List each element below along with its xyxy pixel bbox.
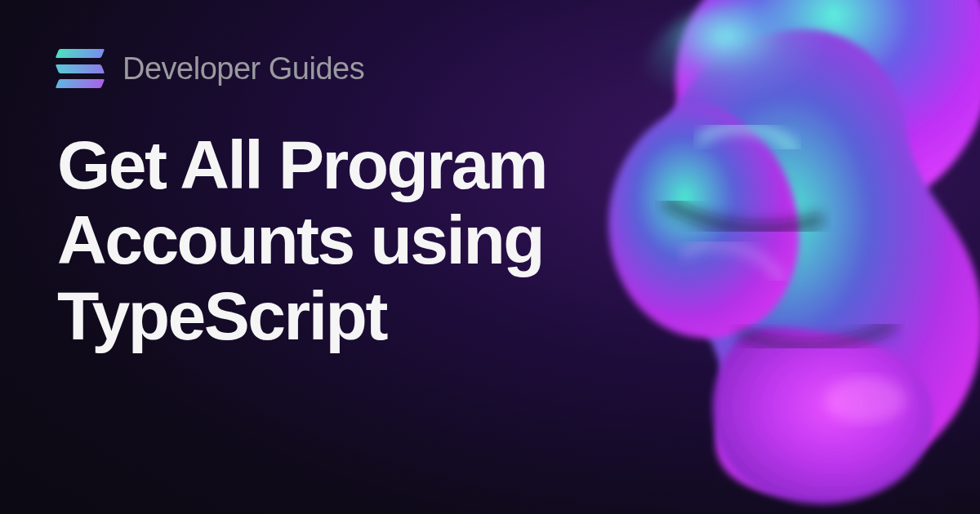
solana-logo-icon [57, 49, 103, 88]
page-title: Get All Program Accounts using TypeScrip… [57, 127, 727, 353]
content-area: Developer Guides Get All Program Account… [0, 0, 980, 514]
category-label: Developer Guides [122, 51, 364, 86]
header: Developer Guides [57, 49, 923, 88]
